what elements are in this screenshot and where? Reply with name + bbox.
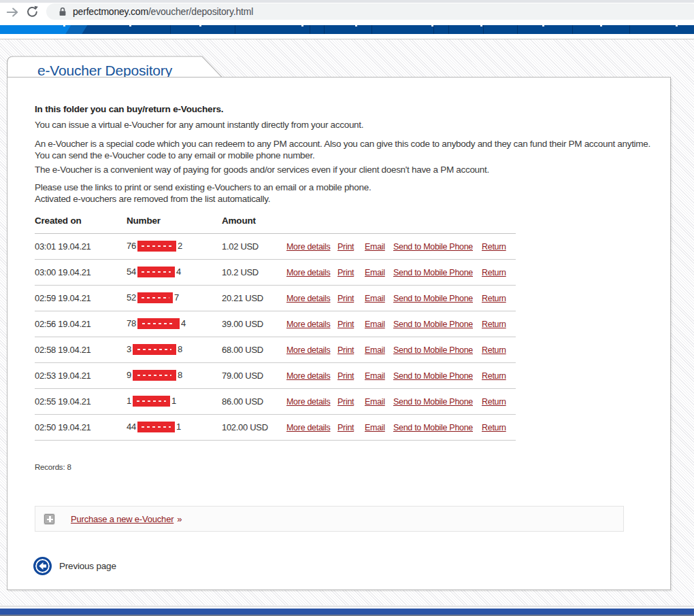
- url-bar[interactable]: perfectmoney.com/evoucher/depository.htm…: [46, 3, 694, 20]
- table-row: 02:59 19.04.21 527 20.21 USD More detail…: [35, 286, 516, 311]
- return-link[interactable]: Return: [482, 345, 506, 355]
- print-link[interactable]: Print: [337, 294, 354, 303]
- number-prefix: 76: [127, 241, 136, 251]
- number-suffix: 8: [178, 344, 182, 354]
- number-cell: 11: [127, 389, 222, 415]
- more-details-link[interactable]: More details: [286, 345, 331, 355]
- return-link[interactable]: Return: [482, 371, 506, 381]
- amount-cell: 1.02 USD: [222, 234, 286, 260]
- previous-page-label[interactable]: Previous page: [59, 561, 116, 571]
- redaction-box: [133, 370, 176, 381]
- browser-tabstrip: [0, 0, 694, 3]
- more-details-link[interactable]: More details: [286, 294, 331, 303]
- number-prefix: 9: [127, 370, 131, 380]
- email-link[interactable]: Email: [365, 345, 385, 355]
- email-link[interactable]: Email: [365, 320, 385, 329]
- send-to-mobile-link[interactable]: Send to Mobile Phone: [393, 371, 473, 381]
- created-on-cell: 02:53 19.04.21: [35, 363, 127, 389]
- amount-cell: 86.00 USD: [222, 389, 286, 415]
- email-link[interactable]: Email: [365, 294, 385, 303]
- col-header-amount: Amount: [222, 216, 286, 234]
- redaction-box: [133, 344, 176, 355]
- email-link[interactable]: Email: [365, 268, 385, 277]
- nav-text-remnant: [480, 25, 482, 27]
- purchase-arrow: »: [177, 514, 182, 524]
- nav-text-remnant: [676, 25, 678, 27]
- browser-toolbar: perfectmoney.com/evoucher/depository.htm…: [0, 0, 694, 25]
- number-suffix: 8: [178, 370, 182, 380]
- return-link[interactable]: Return: [482, 268, 506, 277]
- footer-blue-bar: [0, 609, 694, 615]
- send-to-mobile-link[interactable]: Send to Mobile Phone: [393, 345, 473, 355]
- top-nav-bar[interactable]: [0, 25, 694, 34]
- nav-separator: [517, 25, 518, 34]
- amount-cell: 102.00 USD: [222, 415, 286, 441]
- intro-heading: In this folder you can buy/return e-Vouc…: [35, 104, 223, 114]
- back-arrow-icon[interactable]: [33, 557, 52, 575]
- more-details-link[interactable]: More details: [286, 320, 331, 329]
- more-details-link[interactable]: More details: [286, 371, 331, 381]
- nav-separator: [235, 25, 235, 34]
- footer-divider: [0, 606, 694, 606]
- amount-cell: 68.00 USD: [222, 337, 286, 363]
- redaction-box: [133, 396, 170, 407]
- more-details-link[interactable]: More details: [286, 423, 331, 432]
- email-link[interactable]: Email: [365, 397, 385, 407]
- nav-separator: [324, 25, 325, 34]
- forward-icon[interactable]: [5, 5, 19, 19]
- more-details-link[interactable]: More details: [286, 268, 331, 277]
- send-to-mobile-link[interactable]: Send to Mobile Phone: [393, 294, 473, 303]
- number-suffix: 2: [178, 241, 182, 251]
- nav-separator: [310, 25, 310, 34]
- col-header-created-on: Created on: [35, 216, 127, 234]
- more-details-link[interactable]: More details: [286, 242, 331, 252]
- redaction-box: [137, 241, 176, 252]
- created-on-cell: 02:55 19.04.21: [35, 389, 127, 415]
- number-prefix: 1: [127, 396, 131, 406]
- amount-cell: 20.21 USD: [222, 286, 286, 311]
- nav-text-remnant: [129, 25, 131, 27]
- print-link[interactable]: Print: [337, 268, 354, 277]
- number-cell: 38: [127, 337, 222, 363]
- print-link[interactable]: Print: [337, 345, 354, 355]
- return-link[interactable]: Return: [482, 294, 506, 303]
- reload-icon[interactable]: [26, 5, 39, 18]
- email-link[interactable]: Email: [365, 242, 385, 252]
- return-link[interactable]: Return: [482, 320, 506, 329]
- number-prefix: 3: [127, 344, 131, 354]
- send-to-mobile-link[interactable]: Send to Mobile Phone: [393, 320, 473, 329]
- number-suffix: 1: [176, 422, 181, 432]
- email-link[interactable]: Email: [365, 371, 385, 381]
- print-link[interactable]: Print: [337, 320, 354, 329]
- return-link[interactable]: Return: [482, 242, 506, 252]
- purchase-voucher-link[interactable]: Purchase a new e-Voucher: [71, 514, 174, 524]
- purchase-box: Purchase a new e-Voucher »: [35, 506, 624, 532]
- nav-separator: [483, 25, 484, 34]
- print-link[interactable]: Print: [337, 371, 354, 381]
- nav-separator: [371, 25, 372, 34]
- amount-cell: 10.2 USD: [222, 260, 286, 286]
- send-to-mobile-link[interactable]: Send to Mobile Phone: [393, 268, 473, 277]
- send-to-mobile-link[interactable]: Send to Mobile Phone: [393, 397, 473, 407]
- number-suffix: 4: [176, 267, 181, 277]
- col-header-actions: [286, 216, 516, 234]
- return-link[interactable]: Return: [482, 423, 506, 432]
- send-to-mobile-link[interactable]: Send to Mobile Phone: [393, 242, 473, 252]
- amount-cell: 39.00 USD: [222, 311, 286, 337]
- more-details-link[interactable]: More details: [286, 397, 331, 407]
- number-prefix: 44: [127, 422, 136, 432]
- print-link[interactable]: Print: [337, 397, 354, 407]
- previous-page-control: Previous page: [33, 557, 116, 575]
- print-link[interactable]: Print: [337, 242, 354, 252]
- voucher-table: Created on Number Amount 03:01 19.04.21 …: [35, 216, 516, 441]
- email-link[interactable]: Email: [365, 423, 385, 432]
- send-to-mobile-link[interactable]: Send to Mobile Phone: [393, 423, 473, 432]
- print-link[interactable]: Print: [337, 423, 354, 432]
- nav-separator: [448, 25, 449, 34]
- nav-text-remnant: [600, 25, 602, 27]
- nav-text-remnant: [63, 25, 65, 27]
- amount-cell: 79.00 USD: [222, 363, 286, 389]
- number-prefix: 52: [127, 292, 136, 303]
- return-link[interactable]: Return: [482, 397, 506, 407]
- nav-text-remnant: [301, 25, 303, 27]
